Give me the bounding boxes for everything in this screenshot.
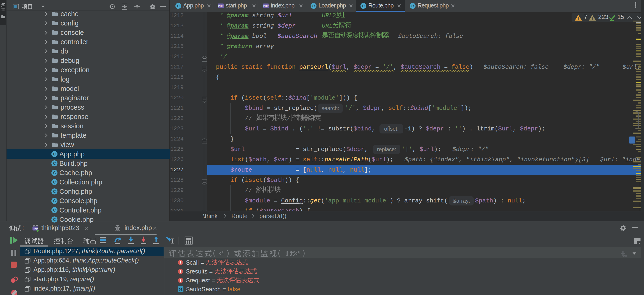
svg-text:PHP: PHP (33, 227, 38, 230)
svg-text:C: C (412, 4, 414, 8)
svg-text:C: C (53, 180, 56, 184)
svg-text:C: C (177, 4, 180, 8)
svg-text:C: C (312, 4, 315, 8)
svg-text:C: C (53, 208, 56, 212)
svg-text:C: C (53, 171, 56, 175)
svg-text:C: C (362, 4, 365, 8)
svg-text:C: C (53, 199, 56, 203)
svg-text:PHP: PHP (218, 5, 224, 8)
svg-text:C: C (53, 190, 56, 194)
svg-text:C: C (53, 218, 56, 222)
svg-text:C: C (53, 162, 56, 166)
svg-text:01: 01 (179, 288, 182, 291)
svg-text:PHP: PHP (263, 5, 269, 8)
svg-text:C: C (53, 152, 56, 156)
